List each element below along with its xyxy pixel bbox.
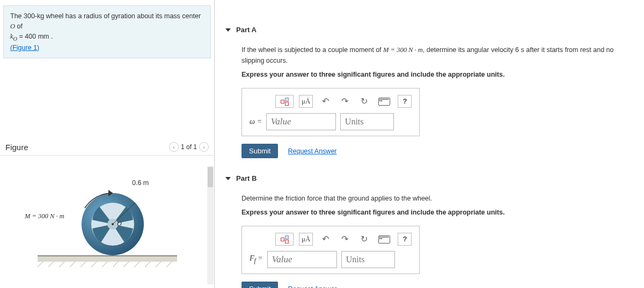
svg-line-11: [134, 262, 140, 267]
svg-line-2: [38, 262, 43, 267]
part-a-title: Part A: [236, 26, 257, 34]
figure-diagram: 0.6 m M = 300 N · m O: [5, 166, 209, 274]
svg-line-5: [70, 262, 75, 267]
undo-icon[interactable]: ↶: [318, 95, 332, 108]
keyboard-icon[interactable]: [376, 95, 392, 108]
units-symbol-button[interactable]: μÅ: [299, 233, 313, 246]
svg-line-9: [113, 262, 118, 267]
svg-line-4: [59, 262, 64, 267]
part-a-var-label: ω =: [250, 116, 262, 128]
part-a-answer-box: μÅ ↶ ↷ ↻ ? ω =: [241, 88, 420, 136]
keyboard-icon[interactable]: [376, 233, 392, 246]
units-symbol-button[interactable]: μÅ: [299, 95, 313, 108]
figure-pager: ‹ 1 of 1 ›: [169, 142, 209, 152]
svg-line-13: [156, 262, 161, 267]
figure-moment-label: M = 300 N · m: [25, 212, 64, 220]
svg-rect-1: [38, 255, 177, 256]
figure-page-count: 1 of 1: [181, 143, 197, 151]
part-b-title: Part B: [236, 174, 257, 182]
figure-heading: Figure: [5, 143, 28, 152]
svg-line-8: [102, 262, 107, 267]
figure-prev-button[interactable]: ‹: [169, 142, 179, 152]
help-button[interactable]: ?: [398, 95, 412, 108]
part-b-instruction: Express your answer to three significant…: [241, 207, 633, 218]
svg-line-7: [91, 262, 97, 267]
svg-line-12: [145, 262, 150, 267]
part-b-request-answer-link[interactable]: Request Answer: [288, 284, 336, 289]
reset-icon[interactable]: ↻: [357, 233, 371, 246]
part-a-submit-button[interactable]: Submit: [241, 144, 278, 158]
undo-icon[interactable]: ↶: [318, 233, 332, 246]
part-b-answer-box: μÅ ↶ ↷ ↻ ? Ff =: [241, 226, 420, 274]
help-button[interactable]: ?: [398, 233, 412, 246]
part-b-units-input[interactable]: [341, 251, 395, 268]
part-b-prompt: Determine the friction force that the gr…: [241, 193, 633, 204]
svg-line-3: [48, 262, 54, 267]
svg-line-10: [123, 262, 129, 267]
part-b-collapse-icon[interactable]: [225, 177, 231, 180]
problem-statement: The 300-kg wheel has a radius of gyratio…: [3, 5, 211, 58]
figure-next-button[interactable]: ›: [199, 142, 209, 152]
figure-radius-label: 0.6 m: [132, 179, 149, 187]
part-a-value-input[interactable]: [266, 113, 336, 130]
figure-scrollbar[interactable]: [207, 166, 214, 284]
part-b-var-label: Ff =: [250, 253, 263, 266]
template-button[interactable]: [275, 95, 294, 108]
reset-icon[interactable]: ↻: [357, 95, 371, 108]
part-a-prompt: If the wheel is subjected to a couple mo…: [241, 45, 633, 66]
part-b-value-input[interactable]: [267, 251, 337, 268]
figure-center-label: O: [117, 220, 122, 228]
part-a-units-input[interactable]: [340, 113, 394, 130]
svg-rect-0: [38, 256, 177, 262]
part-b-submit-button[interactable]: Submit: [241, 282, 278, 288]
part-a-request-answer-link[interactable]: Request Answer: [288, 146, 336, 157]
svg-line-6: [80, 262, 86, 267]
figure-link[interactable]: (Figure 1): [10, 44, 39, 51]
part-a-collapse-icon[interactable]: [225, 28, 231, 32]
redo-icon[interactable]: ↷: [338, 95, 352, 108]
redo-icon[interactable]: ↷: [338, 233, 352, 246]
part-a-instruction: Express your answer to three significant…: [241, 69, 633, 80]
svg-line-14: [166, 262, 172, 267]
template-button[interactable]: [275, 233, 294, 246]
